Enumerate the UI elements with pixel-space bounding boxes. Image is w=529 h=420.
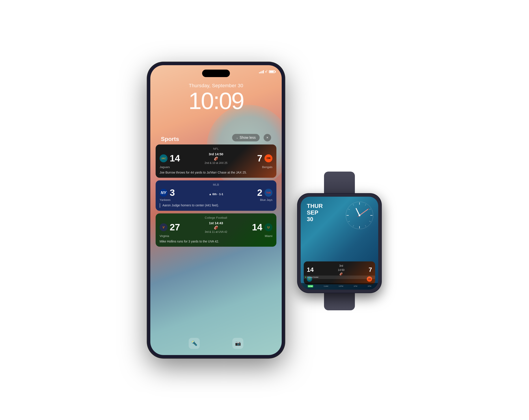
signal-bar-3 (262, 71, 263, 73)
close-icon: × (266, 136, 268, 140)
jaguars-name: Jaguars (159, 165, 170, 169)
show-less-label: Show less (239, 136, 256, 140)
cal-12pm: 12PM (339, 285, 343, 287)
camera-icon[interactable]: 📷 (232, 338, 243, 349)
signal-bar-2 (260, 72, 261, 73)
status-right: ▾ ̊ (259, 70, 275, 74)
iphone-time: 10:09 (150, 89, 282, 113)
nfl-scores-row: JAC 14 3rd 14:50 🏈 2nd & 10 at JAX 25 7 … (159, 152, 272, 165)
signal-bar-1 (259, 72, 260, 73)
mlb-inning-info: · · · ▲ 6th · 1-1 (209, 190, 223, 196)
watch-score-left: 14 (307, 266, 314, 273)
svg-line-5 (369, 221, 371, 222)
mlb-team-right: 2 TOR (223, 188, 272, 197)
watch-game-info-line2: 14:50 (338, 268, 344, 272)
cal-1pm: 1PM (354, 285, 357, 287)
show-less-button[interactable]: ⌄ Show less (232, 134, 260, 141)
virginia-name: Virginia (159, 234, 169, 238)
mlb-team-names: Yankees Blue Jays (159, 198, 272, 202)
bluejays-logo: TOR (264, 189, 272, 197)
iphone-dock: 🔦 📷 (150, 338, 282, 349)
nfl-league-label: NFL (159, 147, 272, 151)
battery-fill (270, 71, 274, 73)
iphone-device: ▾ ̊ Thursday, September 30 10:09 Sports … (148, 63, 284, 358)
watch-month: SEP (307, 209, 318, 216)
miami-name: Miami (265, 234, 272, 238)
bengals-name: Bengals (262, 165, 272, 169)
college-game-info: 1st 14:43 🏈 3rd & 11 at UVA 42 (205, 221, 227, 233)
cal-2pm-label: 2PM (368, 285, 371, 287)
watch-score-right: 7 (369, 266, 372, 273)
watch-score-row: 14 3rd 14:50 🏈 7 (307, 264, 372, 276)
watch-event-bar: Fitness Center (304, 276, 375, 279)
watch-day: THUR (307, 203, 323, 209)
jaguars-logo: JAC (159, 154, 168, 162)
mlb-card[interactable]: MLB NY 3 · · · ▲ 6th · 1-1 2 TOR (156, 180, 277, 211)
bluejays-name: Blue Jays (260, 198, 272, 202)
svg-point-16 (359, 215, 360, 216)
watch-score-widget: 14 3rd 14:50 🏈 7 JAC CIN (304, 261, 375, 284)
watch-date: 30 (307, 216, 313, 222)
virginia-logo: V (159, 223, 168, 231)
cal-now-label: NOW (308, 285, 313, 287)
cal-1pm-label: 1PM (354, 285, 357, 287)
miami-logo: U (264, 223, 272, 231)
event-dot (305, 277, 306, 278)
signal-bar-4 (263, 70, 264, 73)
college-down: 3rd & 11 at UVA 42 (205, 230, 227, 233)
svg-line-6 (365, 225, 366, 227)
yankees-logo: NY (159, 189, 168, 197)
clock-face-svg (345, 201, 374, 230)
cal-2pm: 2PM (368, 285, 371, 287)
nfl-game-info: 3rd 14:50 🏈 2nd & 10 at JAX 25 (205, 152, 227, 165)
watch-clock (345, 201, 374, 230)
scene: ▾ ̊ Thursday, September 30 10:09 Sports … (0, 0, 529, 420)
chevron-down-icon: ⌄ (236, 136, 238, 139)
nfl-card[interactable]: NFL JAC 14 3rd 14:50 🏈 2nd & 10 at JAX 2… (156, 144, 277, 178)
watch-calendar: NOW 11AM 12PM 1PM 2PM (301, 283, 378, 290)
apple-watch-device: THUR SEP 30 (298, 194, 381, 293)
college-team-right: 14 U (227, 223, 272, 232)
svg-line-11 (348, 209, 350, 210)
cal-now: NOW (308, 285, 313, 287)
svg-line-12 (353, 204, 354, 205)
nfl-team-names: Jaguars Bengals (159, 165, 272, 169)
nfl-team-right: 7 CIN (227, 154, 272, 163)
bengals-score: 7 (257, 154, 262, 163)
svg-line-2 (365, 204, 366, 205)
watch-event-text: Fitness Center (307, 276, 318, 278)
miami-score: 14 (252, 223, 262, 232)
watch-screen: THUR SEP 30 (301, 197, 378, 290)
nfl-play-desc: Joe Burrow throws for 44 yards to Ja'Mar… (159, 170, 272, 175)
iphone-notch (202, 70, 230, 77)
close-button[interactable]: × (264, 134, 271, 141)
college-scores-row: V 27 1st 14:43 🏈 3rd & 11 at UVA 42 14 U (159, 221, 272, 233)
mlb-scores-row: NY 3 · · · ▲ 6th · 1-1 2 TOR (159, 188, 272, 197)
yankees-name: Yankees (159, 198, 171, 202)
flashlight-icon[interactable]: 🔦 (189, 338, 200, 349)
college-play-desc: Mike Hollins runs for 3 yards to the UVA… (159, 239, 272, 244)
watch-body: THUR SEP 30 (298, 194, 381, 293)
college-league-label: College Football (159, 216, 272, 219)
pitch-count: · · · (214, 190, 218, 192)
mlb-team-left: NY 3 (159, 188, 209, 197)
cal-11am-label: 11AM (324, 285, 328, 287)
nfl-period: 3rd 14:50 (209, 152, 223, 156)
college-card[interactable]: College Football V 27 1st 14:43 🏈 3rd & … (156, 213, 277, 247)
signal-icon (259, 70, 264, 73)
svg-line-8 (353, 225, 354, 227)
cal-11am: 11AM (324, 285, 328, 287)
jaguars-score: 14 (170, 154, 180, 163)
bluejays-score: 2 (257, 188, 262, 197)
sports-label: Sports (161, 136, 179, 142)
watch-game-info-line1: 3rd (339, 264, 343, 268)
mlb-league-label: MLB (159, 183, 272, 186)
svg-line-9 (348, 221, 350, 222)
svg-line-13 (356, 208, 359, 215)
svg-line-3 (369, 209, 371, 210)
nfl-team-left: JAC 14 (159, 154, 205, 163)
battery-icon (269, 70, 275, 73)
cal-12pm-label: 12PM (339, 285, 343, 287)
college-period: 1st 14:43 (209, 221, 223, 225)
college-team-names: Virginia Miami (159, 234, 272, 238)
